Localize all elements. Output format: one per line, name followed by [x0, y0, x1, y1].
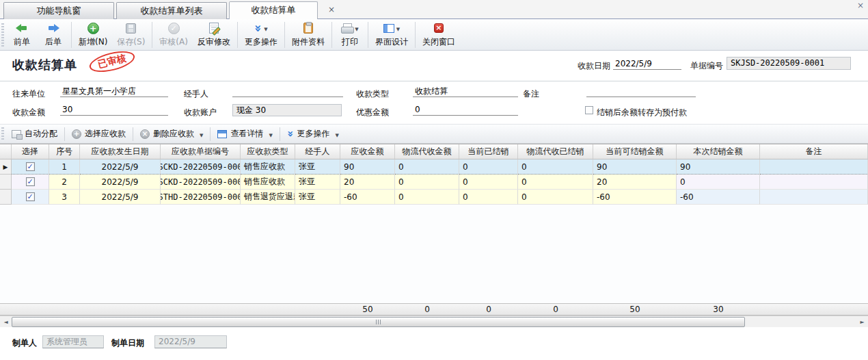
- tab-function-nav[interactable]: 功能导航窗: [3, 2, 114, 19]
- amount-label: 收款金额: [12, 107, 45, 118]
- view-detail-button[interactable]: 查看详情: [212, 126, 277, 142]
- floppy-disk-icon: [126, 23, 136, 34]
- close-window-button[interactable]: 关闭窗口: [418, 20, 460, 50]
- handler-input[interactable]: [232, 86, 343, 97]
- cell-available: 90: [593, 159, 677, 175]
- header-settled[interactable]: 当前已结销: [459, 144, 518, 159]
- auto-assign-button[interactable]: 自动分配: [6, 126, 63, 142]
- receipt-type-input[interactable]: 收款结算: [413, 86, 518, 97]
- totals-row: 50 0 0 0 50 30: [0, 303, 868, 316]
- header-type[interactable]: 应收款类型: [241, 144, 295, 159]
- amount-input[interactable]: 30: [60, 104, 168, 116]
- cell-logistics: 0: [395, 159, 459, 175]
- remark-input[interactable]: [586, 86, 696, 97]
- header-handler[interactable]: 经手人: [295, 144, 340, 159]
- transfer-prepay-label: 结销后余额转存为预付款: [597, 107, 687, 118]
- header-remark[interactable]: 备注: [760, 144, 868, 159]
- cell-remark[interactable]: [760, 175, 868, 190]
- row-select-cell[interactable]: [12, 159, 49, 175]
- discount-input[interactable]: 0: [413, 104, 518, 116]
- attachments-button[interactable]: 附件资料: [287, 20, 329, 50]
- cell-current[interactable]: 0: [677, 175, 760, 190]
- horizontal-scrollbar[interactable]: [0, 316, 868, 327]
- cell-available: -60: [593, 190, 677, 205]
- unaudit-edit-button[interactable]: 反审修改: [193, 20, 235, 50]
- receipt-settlement-window: 功能导航窗 收款结算单列表 收款结算单 × × 前单 后单 新增(N) 保存(S…: [0, 0, 868, 360]
- scroll-left-icon[interactable]: [0, 316, 12, 328]
- table-body: 1 2022/5/9 XSCKD-20220509-0002 销售应收款 张亚 …: [0, 159, 868, 205]
- toolbar-grip[interactable]: [1, 23, 4, 47]
- tab-settlement-list[interactable]: 收款结算单列表: [116, 2, 227, 19]
- checkbox-checked-icon[interactable]: [26, 177, 35, 186]
- header-logistics[interactable]: 物流代收金额: [395, 144, 459, 159]
- creator-label: 制单人: [12, 337, 37, 349]
- toolbar-separator: [331, 22, 332, 48]
- receipt-type-label: 收款类型: [356, 88, 389, 100]
- arrow-left-icon: [16, 24, 28, 33]
- main-toolbar: 前单 后单 新增(N) 保存(S) 审核(A) 反审修改 更多操作: [0, 19, 868, 51]
- transfer-prepay-checkbox[interactable]: [585, 106, 593, 114]
- row-select-cell[interactable]: [12, 190, 49, 205]
- header-logistics-settled[interactable]: 物流代收已结销: [518, 144, 593, 159]
- account-field[interactable]: 现金 30: [232, 104, 342, 116]
- prev-doc-button[interactable]: 前单: [6, 20, 38, 50]
- next-doc-button[interactable]: 后单: [38, 20, 69, 50]
- toolbar-separator: [415, 22, 416, 48]
- header-receivable[interactable]: 应收金额: [340, 144, 395, 159]
- header-doc-no[interactable]: 应收款单据编号: [161, 144, 241, 159]
- total-available: 50: [593, 304, 677, 315]
- header-date[interactable]: 应收款发生日期: [80, 144, 161, 159]
- chevron-down-icon: [267, 129, 272, 139]
- header-marker: [0, 144, 12, 159]
- partner-input[interactable]: 星星文具第一小学店: [60, 86, 168, 97]
- receipt-date-input[interactable]: 2022/5/9: [613, 57, 681, 70]
- cell-doc-no: XSCKD-20220509-0003: [161, 175, 241, 190]
- cell-remark[interactable]: [760, 159, 868, 175]
- cell-current[interactable]: -60: [677, 190, 760, 205]
- checkbox-checked-icon[interactable]: [26, 192, 35, 201]
- header-select[interactable]: 选择: [12, 144, 49, 159]
- cell-remark[interactable]: [760, 190, 868, 205]
- toolbar-separator: [237, 22, 238, 48]
- toolbar-separator: [152, 22, 152, 48]
- tab-close-icon[interactable]: ×: [328, 5, 335, 14]
- window-close-icon[interactable]: ×: [857, 1, 864, 10]
- grid-toolbar-grip[interactable]: [1, 127, 4, 141]
- checkbox-checked-icon[interactable]: [26, 162, 35, 171]
- delete-receivable-button[interactable]: 删除应收款: [135, 126, 208, 142]
- tab-bar: 功能导航窗 收款结算单列表 收款结算单 × ×: [0, 0, 868, 19]
- grid-toolbar-separator: [210, 127, 211, 141]
- tab-settlement-form[interactable]: 收款结算单: [229, 1, 318, 19]
- cell-type: 销售应收款: [241, 159, 295, 175]
- header-current[interactable]: 本次结销金额: [677, 144, 760, 159]
- table-row[interactable]: 2 2022/5/9 XSCKD-20220509-0003 销售应收款 张亚 …: [0, 175, 868, 190]
- doc-number-label: 单据编号: [690, 60, 723, 72]
- print-button[interactable]: 打印: [334, 20, 366, 50]
- table-row[interactable]: 1 2022/5/9 XSCKD-20220509-0002 销售应收款 张亚 …: [0, 159, 868, 175]
- plus-circle-icon: [87, 23, 99, 34]
- cell-settled: 0: [459, 190, 518, 205]
- row-select-cell[interactable]: [12, 175, 49, 190]
- cell-receivable: -60: [340, 190, 395, 205]
- select-receivable-button[interactable]: 选择应收款: [66, 126, 131, 142]
- cell-seq: 3: [49, 190, 80, 205]
- scroll-grip-icon: [376, 320, 381, 324]
- cell-date: 2022/5/9: [80, 190, 161, 205]
- new-button[interactable]: 新增(N): [74, 20, 112, 50]
- scroll-thumb[interactable]: [12, 317, 745, 327]
- double-chevron-down-icon: [286, 131, 295, 138]
- footer-bar: 制单人 系统管理员 制单日期 2022/5/9: [0, 334, 868, 352]
- chevron-down-icon: [198, 129, 203, 139]
- ui-design-button[interactable]: 界面设计: [370, 20, 413, 50]
- cell-date: 2022/5/9: [80, 175, 161, 190]
- grid-more-actions-button[interactable]: 更多操作: [282, 126, 344, 142]
- remark-label: 备注: [523, 88, 539, 100]
- grid-toolbar-separator: [133, 127, 133, 141]
- more-actions-button[interactable]: 更多操作: [240, 20, 282, 50]
- table-row[interactable]: 3 2022/5/9 XSTHD-20220509-0002 销售退货应退款 张…: [0, 190, 868, 205]
- header-seq[interactable]: 序号: [49, 144, 80, 159]
- doc-header: 收款结算单 已审核 收款日期 2022/5/9 单据编号 SKJSD-20220…: [0, 51, 868, 81]
- cell-current[interactable]: 90: [677, 159, 760, 175]
- header-available[interactable]: 当前可结销金额: [593, 144, 677, 159]
- scroll-right-icon[interactable]: [856, 316, 868, 328]
